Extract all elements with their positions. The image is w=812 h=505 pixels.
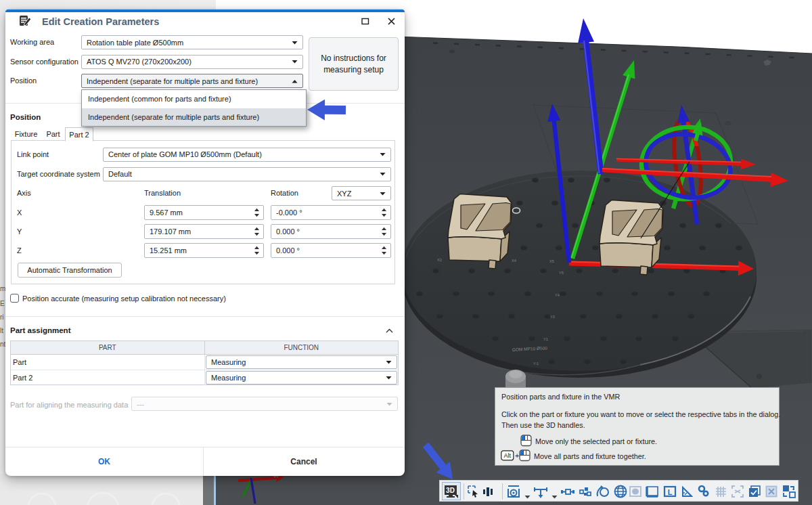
svg-text:ri: ri <box>0 313 4 321</box>
svg-text:L: L <box>668 488 673 496</box>
svg-text:Y1: Y1 <box>543 337 548 341</box>
svg-text:E: E <box>0 300 5 307</box>
svg-text:Y3: Y3 <box>550 315 555 319</box>
svg-text:X2: X2 <box>437 258 442 262</box>
svg-text:Y4: Y4 <box>555 293 560 297</box>
svg-text:X5: X5 <box>549 259 554 263</box>
svg-text:Alt: Alt <box>504 452 512 459</box>
svg-text:3D: 3D <box>446 487 455 494</box>
svg-text:Y-1: Y-1 <box>533 361 539 366</box>
svg-text:lt: lt <box>0 327 3 334</box>
svg-text:Y5: Y5 <box>559 271 564 275</box>
svg-text:X4: X4 <box>512 259 516 263</box>
